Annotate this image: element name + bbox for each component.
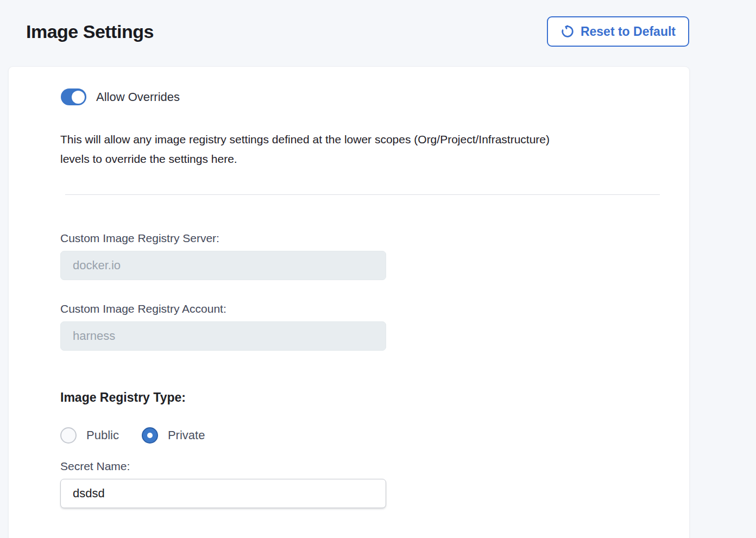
registry-type-radio-group: Public Private <box>60 427 665 444</box>
toggle-knob-icon <box>72 91 85 104</box>
registry-server-input[interactable] <box>60 251 386 280</box>
registry-account-label: Custom Image Registry Account: <box>60 302 665 315</box>
allow-overrides-toggle[interactable] <box>61 88 86 105</box>
reset-to-default-button[interactable]: Reset to Default <box>547 16 689 47</box>
registry-account-input[interactable] <box>60 321 386 351</box>
radio-option-private[interactable]: Private <box>142 427 205 444</box>
override-description-line1: This will allow any image registry setti… <box>60 130 665 149</box>
allow-overrides-row: Allow Overrides <box>61 88 665 105</box>
registry-type-label: Image Registry Type: <box>60 390 665 405</box>
allow-overrides-label: Allow Overrides <box>96 90 180 104</box>
override-description: This will allow any image registry setti… <box>60 130 665 169</box>
radio-public-label: Public <box>86 428 119 442</box>
reset-ccw-icon <box>560 24 575 39</box>
radio-unselected-icon <box>60 427 77 444</box>
section-divider <box>65 194 660 195</box>
radio-selected-icon <box>142 427 158 444</box>
secret-name-label: Secret Name: <box>60 460 665 473</box>
registry-server-label: Custom Image Registry Server: <box>60 232 665 245</box>
reset-button-label: Reset to Default <box>581 24 676 39</box>
radio-private-label: Private <box>168 428 205 442</box>
radio-option-public[interactable]: Public <box>60 427 119 444</box>
secret-name-input[interactable] <box>60 479 386 508</box>
page-title: Image Settings <box>26 21 154 42</box>
page-header: Image Settings Reset to Default <box>0 0 756 47</box>
image-settings-card: Allow Overrides This will allow any imag… <box>8 66 690 538</box>
override-description-line2: levels to override the settings here. <box>60 149 665 169</box>
